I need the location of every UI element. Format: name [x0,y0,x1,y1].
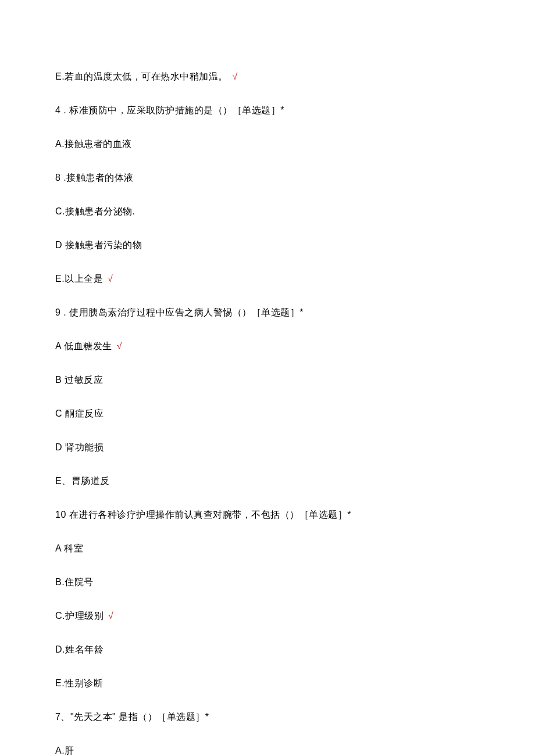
line-text: E.若血的温度太低，可在热水中稍加温。 [55,71,228,81]
text-line: C.护理级别 √ [55,609,480,623]
text-line: D 肾功能损 [55,440,480,454]
text-line: B 过敏反应 [55,373,480,387]
check-icon: √ [108,274,113,284]
check-icon: √ [108,611,113,621]
text-line: 4 . 标准预防中，应采取防护措施的是（）［单选题］* [55,103,480,117]
line-text: A 科室 [55,543,83,553]
text-line: E.性别诊断 [55,676,480,690]
line-text: 7、"先天之本" 是指（）［单选题］* [55,712,209,722]
line-text: 10 在进行各种诊疗护理操作前认真查对腕带，不包括（）［单选题］* [55,510,351,519]
text-line: 8 .接触患者的体液 [55,171,480,185]
line-text: A 低血糖发生 [55,341,112,351]
line-text: C.接触患者分泌物. [55,206,135,216]
line-text: 8 .接触患者的体液 [55,173,134,182]
line-text: 4 . 标准预防中，应采取防护措施的是（）［单选题］* [55,105,284,115]
text-line: C 酮症反应 [55,407,480,421]
text-line: D.姓名年龄 [55,643,480,657]
line-text: C.护理级别 [55,611,104,621]
text-line: B.住院号 [55,575,480,589]
line-text: E、胃肠道反 [55,476,110,486]
text-line: E、胃肠道反 [55,474,480,488]
line-text: E.性别诊断 [55,678,103,688]
text-line: E.以上全是 √ [55,272,480,286]
check-icon: √ [233,71,238,81]
line-text: D.姓名年龄 [55,644,104,654]
line-text: E.以上全是 [55,274,103,284]
line-text: D 肾功能损 [55,442,104,452]
line-text: A.接触患者的血液 [55,139,132,149]
check-icon: √ [117,341,122,351]
text-line: A.肝 [55,744,480,756]
text-line: 10 在进行各种诊疗护理操作前认真查对腕带，不包括（）［单选题］* [55,508,480,522]
line-text: 9 . 使用胰岛素治疗过程中应告之病人警惕（）［单选题］* [55,307,304,317]
text-line: A.接触患者的血液 [55,137,480,151]
text-line: D 接触患者污染的物 [55,238,480,252]
text-line: A 低血糖发生 √ [55,339,480,353]
line-text: C 酮症反应 [55,409,104,418]
line-text: B.住院号 [55,577,94,587]
text-line: A 科室 [55,542,480,556]
text-line: E.若血的温度太低，可在热水中稍加温。 √ [55,70,480,84]
text-line: 7、"先天之本" 是指（）［单选题］* [55,710,480,724]
line-text: D 接触患者污染的物 [55,240,142,250]
line-text: B 过敏反应 [55,375,103,385]
document-page: E.若血的温度太低，可在热水中稍加温。 √ 4 . 标准预防中，应采取防护措施的… [0,0,535,756]
text-line: 9 . 使用胰岛素治疗过程中应告之病人警惕（）［单选题］* [55,306,480,320]
line-text: A.肝 [55,746,74,755]
text-line: C.接触患者分泌物. [55,205,480,218]
